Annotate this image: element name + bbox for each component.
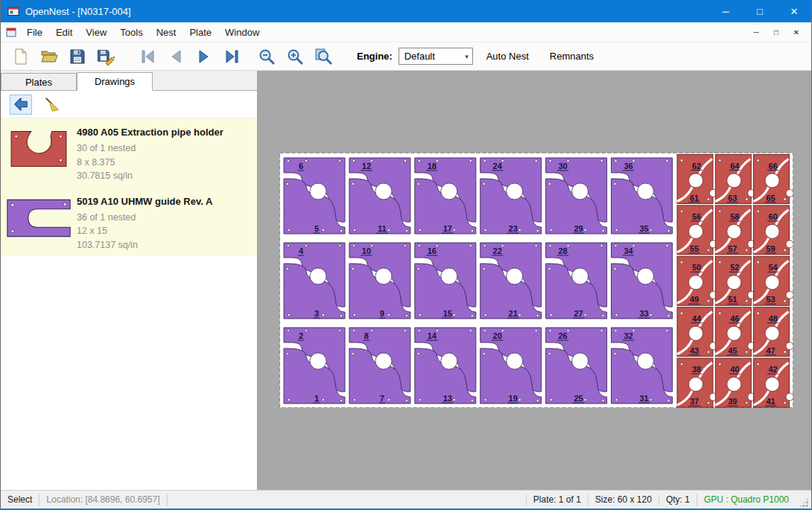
nested-part-pair-purple[interactable]: 1817: [415, 158, 476, 234]
menu-plate[interactable]: Plate: [183, 24, 218, 41]
nested-part-pair-red[interactable]: 4443: [677, 307, 717, 357]
go-first-button[interactable]: [133, 45, 162, 68]
drawing-item[interactable]: 5019 A10 UHMW guide Rev. A 36 of 1 neste…: [1, 188, 257, 257]
zoom-fit-icon: [314, 48, 332, 66]
nested-part-pair-red[interactable]: 4847: [754, 307, 793, 357]
svg-text:34: 34: [624, 246, 633, 255]
drawing-size: 12 x 15: [77, 224, 257, 238]
nested-part-pair-red[interactable]: 5251: [715, 256, 755, 305]
nested-part-pair-red[interactable]: 6059: [754, 205, 793, 255]
svg-text:62: 62: [692, 162, 701, 170]
svg-text:55: 55: [690, 244, 699, 253]
menu-tools[interactable]: Tools: [113, 24, 149, 41]
nested-part-pair-red[interactable]: 4241: [754, 358, 793, 407]
nested-part-pair-purple[interactable]: 2019: [480, 328, 542, 404]
nested-part-pair-red[interactable]: 6463: [715, 155, 755, 204]
engine-selected-value: Default: [405, 51, 435, 62]
menu-view[interactable]: View: [79, 24, 113, 41]
tab-plates[interactable]: Plates: [1, 73, 77, 90]
clear-nest-button[interactable]: [41, 95, 63, 115]
nested-part-pair-purple[interactable]: 3433: [612, 243, 673, 319]
tab-drawings[interactable]: Drawings: [77, 72, 153, 91]
menu-file[interactable]: File: [20, 24, 49, 41]
save-icon: [69, 48, 86, 66]
nested-part-pair-red[interactable]: 4645: [715, 307, 755, 357]
svg-text:9: 9: [380, 309, 384, 318]
nested-part-pair-purple[interactable]: 43: [284, 243, 345, 319]
menu-edit[interactable]: Edit: [49, 24, 79, 41]
nested-part-pair-purple[interactable]: 87: [349, 328, 410, 404]
mdi-restore-button[interactable]: □: [767, 25, 785, 39]
go-last-button[interactable]: [218, 45, 247, 68]
nested-part-pair-red[interactable]: 5049: [677, 256, 717, 305]
nested-part-pair-purple[interactable]: 2423: [480, 158, 542, 234]
nest-canvas[interactable]: 6512111817242330293635431091615222128273…: [258, 71, 811, 490]
nested-part-pair-red[interactable]: 5655: [677, 205, 717, 255]
nested-part-pair-purple[interactable]: 2827: [546, 243, 607, 319]
svg-text:54: 54: [768, 263, 778, 272]
mdi-minimize-button[interactable]: ─: [747, 25, 765, 39]
nested-part-pair-purple[interactable]: 1413: [415, 328, 476, 404]
maximize-button[interactable]: □: [743, 0, 777, 22]
nested-part-pair-purple[interactable]: 3635: [612, 158, 673, 234]
nested-part-pair-purple[interactable]: 2221: [480, 243, 542, 319]
nested-part-pair-purple[interactable]: 2625: [546, 328, 607, 404]
nested-part-pair-red[interactable]: 4039: [715, 358, 755, 407]
app-icon: [7, 5, 19, 17]
drawing-item[interactable]: 4980 A05 Extraction pipe holder 30 of 1 …: [1, 118, 257, 188]
nest-plate-svg[interactable]: 6512111817242330293635431091615222128273…: [279, 153, 793, 408]
go-previous-button[interactable]: [162, 45, 190, 68]
save-as-button[interactable]: [92, 45, 120, 68]
svg-text:47: 47: [766, 346, 775, 355]
engine-select[interactable]: Default ▾: [399, 48, 473, 65]
close-button[interactable]: ✕: [777, 0, 811, 22]
go-next-button[interactable]: [190, 45, 218, 68]
zoom-fit-button[interactable]: [309, 45, 337, 68]
resize-grip[interactable]: [799, 497, 809, 508]
remnants-button[interactable]: Remnants: [542, 47, 601, 66]
open-file-button[interactable]: [35, 45, 63, 68]
nested-part-pair-red[interactable]: 3837: [677, 358, 717, 407]
zoom-in-button[interactable]: [281, 45, 309, 68]
drawings-list: 4980 A05 Extraction pipe holder 30 of 1 …: [1, 118, 257, 256]
nested-part-pair-red[interactable]: 5857: [715, 205, 755, 255]
svg-text:26: 26: [558, 331, 567, 340]
menu-window[interactable]: Window: [218, 24, 266, 41]
svg-text:44: 44: [692, 314, 702, 323]
mdi-close-button[interactable]: ✕: [787, 25, 805, 39]
document-window-icon: [6, 27, 17, 38]
nested-part-pair-red[interactable]: 5453: [754, 256, 793, 305]
svg-text:46: 46: [730, 314, 739, 323]
drawing-info: 5019 A10 UHMW guide Rev. A 36 of 1 neste…: [77, 193, 257, 252]
titlebar[interactable]: OpenNest - [N0317-004] ─ □ ✕: [1, 0, 811, 22]
nested-part-pair-purple[interactable]: 109: [349, 243, 410, 319]
svg-text:22: 22: [493, 246, 502, 255]
svg-text:39: 39: [728, 397, 737, 406]
go-last-icon: [223, 48, 241, 66]
nested-part-pair-purple[interactable]: 3029: [546, 158, 607, 234]
uhmw-guide-thumbnail-icon: [4, 197, 73, 240]
nested-part-pair-red[interactable]: 6665: [754, 155, 793, 204]
menu-nest[interactable]: Nest: [150, 24, 183, 41]
save-button[interactable]: [63, 45, 92, 68]
svg-text:25: 25: [574, 394, 583, 403]
return-parts-button[interactable]: [10, 95, 32, 115]
mdi-window-controls: ─□✕: [747, 25, 811, 39]
nested-part-pair-red[interactable]: 6261: [677, 155, 717, 204]
auto-nest-button[interactable]: Auto Nest: [479, 47, 536, 66]
minimize-button[interactable]: ─: [708, 0, 743, 22]
svg-text:19: 19: [509, 394, 518, 403]
nested-part-pair-purple[interactable]: 3231: [612, 328, 673, 404]
drawing-nested-count: 30 of 1 nested: [77, 141, 257, 156]
open-folder-icon: [40, 48, 58, 66]
nested-part-pair-purple[interactable]: 65: [284, 158, 345, 234]
new-document-button[interactable]: [7, 45, 35, 68]
nested-part-pair-purple[interactable]: 1211: [349, 158, 410, 234]
drawing-area: 103.7137 sq/in: [77, 238, 257, 252]
nested-part-pair-purple[interactable]: 21: [284, 328, 345, 404]
svg-text:15: 15: [443, 309, 452, 318]
drawing-size: 8 x 8.375: [77, 156, 257, 170]
svg-text:38: 38: [692, 365, 701, 374]
nested-part-pair-purple[interactable]: 1615: [415, 243, 476, 319]
zoom-out-button[interactable]: [253, 45, 281, 68]
